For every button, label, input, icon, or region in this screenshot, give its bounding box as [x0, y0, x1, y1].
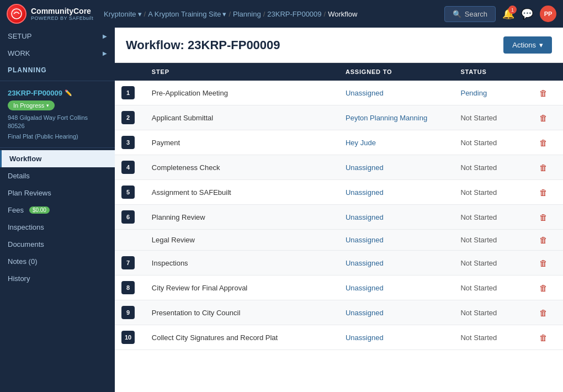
delete-icon[interactable]: 🗑 [539, 283, 548, 293]
assigned-link[interactable]: Unassigned [346, 89, 384, 97]
delete-icon[interactable]: 🗑 [539, 258, 548, 268]
table-row: 5 Assignment to SAFEbuilt Unassigned Not… [115, 180, 563, 205]
assigned-link[interactable]: Peyton Planning Manning [346, 114, 427, 122]
status-cell: Not Started [454, 325, 533, 350]
assigned-cell: Unassigned [339, 300, 454, 325]
sidebar-item-plan-reviews[interactable]: Plan Reviews [0, 184, 115, 202]
sidebar-item-planning[interactable]: PLANNING [0, 62, 115, 78]
status-badge[interactable]: In Progress ▾ [8, 100, 55, 110]
step-number-cell: 5 [115, 180, 145, 205]
assigned-link[interactable]: Unassigned [346, 259, 384, 267]
delete-icon[interactable]: 🗑 [539, 113, 548, 123]
assigned-link[interactable]: Unassigned [346, 213, 384, 221]
assigned-link[interactable]: Unassigned [346, 333, 384, 342]
step-name-cell: Pre-Application Meeting [145, 81, 339, 105]
assigned-link[interactable]: Unassigned [346, 284, 384, 292]
assigned-cell: Unassigned [339, 155, 454, 180]
status-cell: Not Started [454, 105, 533, 130]
sidebar-label-workflow: Workflow [9, 155, 41, 163]
step-name-cell: Inspections [145, 251, 339, 276]
sidebar-item-fees[interactable]: Fees $0.00 [0, 202, 115, 219]
step-number-cell: 4 [115, 155, 145, 180]
assigned-link[interactable]: Unassigned [346, 188, 384, 197]
workflow-table: STEP ASSIGNED TO STATUS 1 Pre-Applicatio… [115, 63, 563, 350]
sidebar-item-setup[interactable]: SETUP ▶ [0, 28, 115, 45]
delete-icon[interactable]: 🗑 [539, 333, 548, 342]
user-avatar[interactable]: PP [540, 6, 556, 22]
chat-button[interactable]: 💬 [521, 8, 533, 20]
table-row: 9 Presentation to City Council Unassigne… [115, 300, 563, 325]
sidebar-label-planning: PLANNING [8, 66, 47, 74]
breadcrumb: Kryptonite ▾ / A Krypton Training Site ▾… [104, 10, 435, 18]
notifications-button[interactable]: 🔔 1 [502, 8, 514, 20]
step-number-cell: 9 [115, 300, 145, 325]
status-cell: Not Started [454, 155, 533, 180]
sidebar-item-work[interactable]: WORK ▶ [0, 45, 115, 62]
status-cell: Not Started [454, 205, 533, 230]
status-link[interactable]: Pending [460, 89, 487, 97]
page-title: Workflow: 23KRP-FP00009 [126, 38, 280, 52]
status-cell: Not Started [454, 230, 533, 251]
assigned-cell: Unassigned [339, 276, 454, 300]
assigned-link[interactable]: Unassigned [346, 163, 384, 172]
step-number-cell: 10 [115, 325, 145, 350]
assigned-cell: Peyton Planning Manning [339, 105, 454, 130]
search-button[interactable]: 🔍 Search [444, 6, 496, 22]
assigned-cell: Unassigned [339, 81, 454, 105]
content-header: Workflow: 23KRP-FP00009 Actions ▾ [115, 28, 563, 63]
breadcrumb-site[interactable]: A Krypton Training Site ▾ [148, 10, 226, 18]
edit-icon[interactable]: ✏️ [65, 89, 72, 97]
action-cell: 🗑 [533, 300, 563, 325]
status-cell: Not Started [454, 300, 533, 325]
delete-icon[interactable]: 🗑 [539, 188, 548, 197]
logo-area[interactable]: CommunityCore POWERED BY SAFEbuilt [7, 4, 95, 24]
action-cell: 🗑 [533, 251, 563, 276]
step-number-cell: 1 [115, 81, 145, 105]
table-row: 4 Completeness Check Unassigned Not Star… [115, 155, 563, 180]
assigned-cell: Unassigned [339, 205, 454, 230]
delete-icon[interactable]: 🗑 [539, 163, 548, 172]
step-badge-10: 10 [121, 331, 135, 344]
assigned-link[interactable]: Unassigned [346, 309, 384, 317]
delete-icon[interactable]: 🗑 [539, 235, 548, 245]
sidebar-label-work: WORK [8, 49, 30, 57]
sidebar-item-history[interactable]: History [0, 270, 115, 287]
breadcrumb-planning[interactable]: Planning [233, 10, 261, 18]
step-badge-1: 1 [121, 86, 135, 99]
actions-button[interactable]: Actions ▾ [503, 36, 552, 54]
step-name-cell: Payment [145, 130, 339, 155]
sidebar-label-setup: SETUP [8, 32, 31, 40]
record-info: 23KRP-FP00009 ✏️ In Progress ▾ 948 Gilga… [0, 83, 115, 145]
delete-icon[interactable]: 🗑 [539, 308, 548, 317]
delete-icon[interactable]: 🗑 [539, 213, 548, 222]
assigned-link[interactable]: Hey Jude [346, 139, 376, 147]
step-name-cell: Completeness Check [145, 155, 339, 180]
assigned-cell: Unassigned [339, 180, 454, 205]
sidebar-item-inspections[interactable]: Inspections [0, 219, 115, 236]
main-layout: SETUP ▶ WORK ▶ PLANNING 23KRP-FP00009 ✏️… [0, 28, 563, 392]
step-number-cell: 8 [115, 276, 145, 300]
delete-icon[interactable]: 🗑 [539, 138, 548, 147]
assigned-cell: Unassigned [339, 230, 454, 251]
delete-icon[interactable]: 🗑 [539, 88, 548, 98]
record-address: 948 Gilgalad Way Fort Collins 80526 [8, 114, 107, 131]
action-cell: 🗑 [533, 155, 563, 180]
col-header-step: STEP [145, 63, 339, 81]
step-badge-6: 6 [121, 210, 135, 224]
breadcrumb-record[interactable]: 23KRP-FP00009 [267, 10, 321, 18]
step-badge-2: 2 [121, 111, 135, 124]
status-cell: Not Started [454, 180, 533, 205]
sidebar-item-details[interactable]: Details [0, 167, 115, 184]
fees-badge: $0.00 [29, 206, 50, 214]
step-name-cell: Assignment to SAFEbuilt [145, 180, 339, 205]
action-cell: 🗑 [533, 180, 563, 205]
breadcrumb-kryptonite[interactable]: Kryptonite ▾ [104, 10, 142, 18]
sidebar-item-documents[interactable]: Documents [0, 236, 115, 253]
sidebar-item-workflow[interactable]: Workflow [0, 150, 115, 167]
action-cell: 🗑 [533, 230, 563, 251]
assigned-link[interactable]: Unassigned [346, 236, 384, 244]
sidebar-item-notes[interactable]: Notes (0) [0, 253, 115, 270]
table-body: 1 Pre-Application Meeting Unassigned Pen… [115, 81, 563, 350]
sidebar-label-inspections: Inspections [8, 223, 44, 231]
sidebar-label-notes: Notes (0) [8, 257, 37, 266]
